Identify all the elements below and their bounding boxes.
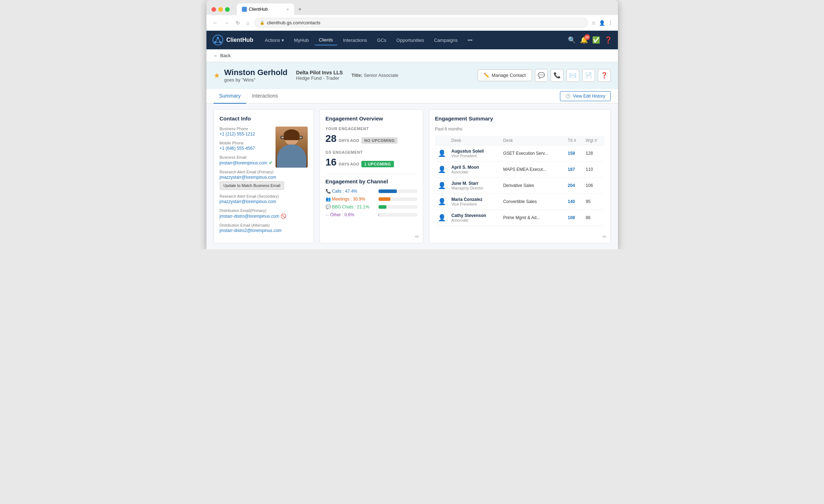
research-alert-secondary-value[interactable]: jmazzystarr@lorempinus.com	[220, 199, 308, 204]
notifications-icon[interactable]: 🔔 10	[580, 36, 588, 44]
your-engagement-badge: NO UPCOMING	[361, 137, 398, 144]
edit-summary-icon[interactable]: ✏	[603, 234, 607, 239]
home-btn[interactable]: ⌂	[245, 19, 251, 27]
document-button[interactable]: 📄	[582, 69, 595, 82]
page-tabs: Summary Interactions 🕐 View Edit History	[206, 89, 618, 104]
channel-calls-row: 📞 Calls : 47.4%	[326, 189, 417, 194]
row-icon: 👤	[435, 162, 449, 178]
table-row[interactable]: 👤 Cathy Stevenson Associate Prime Mgmt &…	[435, 210, 605, 226]
contact-alias: goes by "Wins"	[224, 77, 288, 83]
menu-icon[interactable]: ⋮	[608, 20, 613, 26]
update-to-match-button[interactable]: Update to Match Business Email	[220, 181, 284, 190]
chat-button[interactable]: 💬	[535, 69, 548, 82]
dist-email-primary-value[interactable]: jmstarr-distro@lorempinus.com	[220, 214, 279, 219]
pencil-icon: ✏️	[484, 73, 489, 78]
main-content: Contact Info Business Phone +1 (212) 555…	[206, 104, 618, 249]
research-alert-primary-row: Research Alert Email (Primary) jmazzysta…	[220, 170, 308, 190]
edit-engagement-icon[interactable]: ✏	[415, 234, 419, 239]
row-ttl-cell[interactable]: 204	[565, 178, 583, 194]
row-desk-cell: MAPS EMEA Execut...	[500, 162, 565, 178]
row-person-role: Vice President	[452, 154, 498, 158]
maximize-window-btn[interactable]	[225, 7, 230, 12]
col-desk-header: Desk	[500, 136, 565, 145]
manage-contact-button[interactable]: ✏️ Manage Contact	[478, 69, 532, 81]
phone-button[interactable]: 📞	[551, 69, 564, 82]
row-desk-cell: Derivative Sales	[500, 178, 565, 194]
nav-item-gcs[interactable]: GCs	[373, 35, 391, 45]
browser-tabs: ClientHub × +	[237, 4, 613, 15]
table-row[interactable]: 👤 April S. Moon Associate MAPS EMEA Exec…	[435, 162, 605, 178]
row-ttl-cell[interactable]: 159	[565, 145, 583, 162]
row-name-cell: Cathy Stevenson Associate	[449, 210, 501, 226]
business-email-value[interactable]: jmstarr@lorempinus.com	[220, 160, 268, 165]
bookmark-icon[interactable]: ☆	[591, 20, 596, 26]
channel-meetings-row: 👥 Meetings : 30.9%	[326, 197, 417, 202]
back-bar[interactable]: ← Back	[206, 49, 618, 62]
contact-info-card: Contact Info Business Phone +1 (212) 555…	[214, 109, 314, 243]
row-wgt-cell: 110	[583, 162, 604, 178]
user-icon[interactable]: 👤	[599, 20, 605, 26]
row-ttl-cell[interactable]: 140	[565, 194, 583, 210]
table-row[interactable]: 👤 June M. Starr Managing Director Deriva…	[435, 178, 605, 194]
address-bar: ← → ↻ ⌂ 🔒 clienthub.gs.com/contacts ☆ 👤 …	[206, 15, 618, 31]
col-ttl-header: Ttl #	[565, 136, 583, 145]
email-button[interactable]: ✉️	[566, 69, 579, 82]
history-icon: 🕐	[565, 94, 571, 99]
contact-action-buttons: ✏️ Manage Contact 💬 📞 ✉️ 📄 ❓	[478, 69, 610, 82]
your-engagement-section: YOUR ENGAGEMENT 28 DAYS AGO NO UPCOMING	[326, 127, 417, 144]
tab-summary[interactable]: Summary	[214, 89, 247, 104]
row-wgt-cell: 128	[583, 145, 604, 162]
contact-name-block: Winston Gerhold goes by "Wins"	[224, 68, 288, 83]
active-tab[interactable]: ClientHub ×	[237, 4, 294, 15]
nav-item-myhub[interactable]: MyHub	[290, 35, 313, 45]
row-desk-cell: Prime Mgmt & Ad...	[500, 210, 565, 226]
channel-bbg-track	[379, 205, 417, 209]
help-icon[interactable]: ❓	[604, 36, 612, 44]
back-label: Back	[220, 53, 231, 58]
row-ttl-cell[interactable]: 187	[565, 162, 583, 178]
contact-title-block: Title: Senior Associate	[351, 73, 398, 78]
tab-interactions[interactable]: Interactions	[246, 89, 283, 104]
new-tab-btn[interactable]: +	[295, 4, 352, 15]
research-alert-primary-value[interactable]: jmazzystarr@lorempinus.com	[220, 175, 308, 180]
row-ttl-cell[interactable]: 108	[565, 210, 583, 226]
nav-item-actions[interactable]: Actions ▾	[260, 35, 288, 45]
nav-item-campaigns[interactable]: Campaigns	[430, 35, 462, 45]
row-icon: 👤	[435, 178, 449, 194]
contact-photo	[276, 127, 308, 168]
row-icon: 👤	[435, 194, 449, 210]
svg-line-4	[215, 38, 218, 42]
col-desk-name-header: Desk	[449, 136, 501, 145]
close-window-btn[interactable]	[211, 7, 216, 12]
forward-btn[interactable]: →	[223, 19, 231, 27]
more-info-button[interactable]: ❓	[598, 69, 611, 82]
dist-email-primary-label: Distribution Email(Primary)	[220, 208, 308, 213]
contact-full-name: Winston Gerhold	[224, 68, 288, 77]
nav-item-interactions[interactable]: Interactions	[339, 35, 371, 45]
url-text: clienthub.gs.com/contacts	[267, 20, 321, 25]
row-icon: 👤	[435, 210, 449, 226]
table-row[interactable]: 👤 Augustus Soleil Vice President GSET Ex…	[435, 145, 605, 162]
tab-close-btn[interactable]: ×	[287, 7, 289, 11]
back-btn[interactable]: ←	[211, 19, 219, 27]
view-edit-history-button[interactable]: 🕐 View Edit History	[560, 91, 610, 101]
search-icon[interactable]: 🔍	[568, 36, 576, 44]
reload-btn[interactable]: ↻	[234, 19, 242, 27]
business-email-value-row: jmstarr@lorempinus.com ✔	[220, 160, 272, 165]
gs-engagement-label: GS ENGAGEMENT	[326, 150, 417, 154]
dist-email-alternate-value[interactable]: jmstarr-distro2@lorempinus.com	[220, 228, 308, 233]
channel-bbg-row: 💬 BBG Chats : 21.1%	[326, 204, 417, 209]
favorite-star-icon[interactable]: ★	[214, 71, 220, 80]
engagement-summary-card: Engagement Summary Past 6 months Desk De…	[429, 109, 611, 243]
table-row[interactable]: 👤 Maria Conzalez Vice President Converti…	[435, 194, 605, 210]
nav-item-clients[interactable]: Clients	[315, 35, 337, 45]
notification-count: 10	[584, 34, 590, 40]
url-bar[interactable]: 🔒 clienthub.gs.com/contacts	[254, 18, 588, 28]
minimize-window-btn[interactable]	[218, 7, 223, 12]
engagement-overview-card: Engagement Overview YOUR ENGAGEMENT 28 D…	[320, 109, 423, 243]
nav-item-more[interactable]: •••	[463, 35, 477, 45]
checklist-icon[interactable]: ✅	[592, 36, 600, 44]
channel-other-row: ··· Other : 0.6%	[326, 212, 417, 217]
nav-item-opportunities[interactable]: Opportunities	[392, 35, 428, 45]
contact-title-value: Senior Associate	[364, 73, 399, 78]
